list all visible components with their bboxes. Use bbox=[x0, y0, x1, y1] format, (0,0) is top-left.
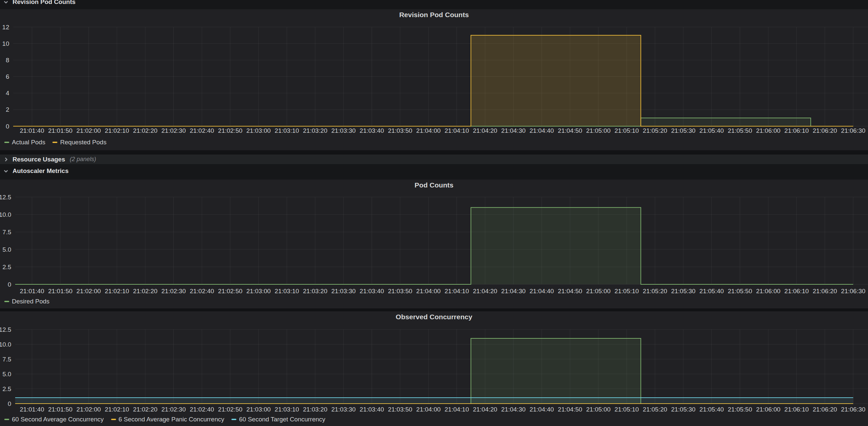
svg-text:21:05:30: 21:05:30 bbox=[671, 127, 695, 134]
svg-text:21:03:20: 21:03:20 bbox=[303, 406, 328, 413]
panel-divider bbox=[0, 150, 868, 155]
svg-text:21:05:30: 21:05:30 bbox=[671, 406, 695, 413]
series-fill-60-second-average-concurrency bbox=[15, 338, 853, 403]
row-header-resource-usages[interactable]: Resource Usages (2 panels) bbox=[0, 155, 868, 164]
svg-text:21:05:00: 21:05:00 bbox=[586, 406, 611, 413]
chart-observed-concurrency[interactable]: 02.55.07.510.012.521:01:4021:01:5021:02:… bbox=[0, 312, 868, 426]
svg-text:12.5: 12.5 bbox=[0, 326, 11, 333]
svg-text:21:03:20: 21:03:20 bbox=[303, 127, 328, 134]
panel-title[interactable]: Revision Pod Counts bbox=[0, 9, 868, 21]
chart-pod-counts[interactable]: 02.55.07.510.012.521:01:4021:01:5021:02:… bbox=[0, 179, 868, 308]
legend-label: 60 Second Average Concurrency bbox=[12, 416, 104, 423]
svg-text:10: 10 bbox=[2, 40, 9, 47]
legend-item[interactable]: 60 Second Target Concurrency bbox=[231, 416, 326, 423]
svg-text:21:01:50: 21:01:50 bbox=[48, 288, 72, 295]
legend-swatch bbox=[4, 419, 9, 420]
svg-text:10.0: 10.0 bbox=[0, 211, 11, 218]
legend-label: Desired Pods bbox=[12, 297, 50, 305]
svg-text:21:04:50: 21:04:50 bbox=[558, 288, 582, 295]
svg-text:21:03:00: 21:03:00 bbox=[246, 127, 271, 134]
svg-text:21:02:30: 21:02:30 bbox=[161, 127, 186, 134]
svg-text:8: 8 bbox=[6, 57, 9, 64]
svg-text:21:02:00: 21:02:00 bbox=[76, 406, 101, 413]
panel-divider bbox=[0, 308, 868, 312]
svg-text:12.5: 12.5 bbox=[0, 194, 11, 201]
svg-text:21:05:50: 21:05:50 bbox=[728, 288, 752, 295]
svg-text:21:03:30: 21:03:30 bbox=[331, 406, 356, 413]
svg-text:21:06:20: 21:06:20 bbox=[813, 127, 837, 134]
svg-text:5.0: 5.0 bbox=[3, 246, 11, 253]
legend-item[interactable]: Requested Pods bbox=[53, 138, 106, 146]
svg-text:21:02:40: 21:02:40 bbox=[190, 127, 214, 134]
svg-text:5.0: 5.0 bbox=[3, 371, 11, 378]
svg-text:21:03:00: 21:03:00 bbox=[246, 406, 271, 413]
svg-text:21:04:20: 21:04:20 bbox=[473, 127, 497, 134]
svg-text:21:04:40: 21:04:40 bbox=[529, 406, 554, 413]
svg-text:21:06:10: 21:06:10 bbox=[784, 288, 809, 295]
series-fill-actual-pods bbox=[13, 118, 853, 126]
row-header-revision-pod-counts[interactable]: Revision Pod Counts bbox=[0, 0, 868, 6]
svg-text:21:04:30: 21:04:30 bbox=[501, 127, 525, 134]
svg-text:21:02:40: 21:02:40 bbox=[190, 288, 214, 295]
series-fill-60-second-target-concurrency bbox=[15, 398, 853, 403]
svg-text:21:03:40: 21:03:40 bbox=[360, 127, 384, 134]
svg-text:21:05:20: 21:05:20 bbox=[643, 288, 667, 295]
panel-title[interactable]: Pod Counts bbox=[0, 179, 868, 191]
chevron-down-icon bbox=[3, 0, 9, 5]
svg-text:21:02:10: 21:02:10 bbox=[105, 127, 129, 134]
svg-text:21:06:30: 21:06:30 bbox=[841, 406, 865, 413]
legend-item[interactable]: Actual Pods bbox=[4, 138, 45, 146]
legend-swatch bbox=[4, 142, 9, 143]
row-title: Resource Usages bbox=[12, 156, 65, 163]
legend-label: 60 Second Target Concurrency bbox=[239, 416, 326, 423]
legend-item[interactable]: 6 Second Average Panic Concurrency bbox=[111, 416, 224, 423]
svg-text:21:03:10: 21:03:10 bbox=[275, 127, 299, 134]
svg-text:21:04:30: 21:04:30 bbox=[501, 288, 525, 295]
panel-revision-pod-counts: 02468101221:01:4021:01:5021:02:0021:02:1… bbox=[0, 9, 868, 150]
svg-text:21:02:20: 21:02:20 bbox=[133, 127, 158, 134]
svg-text:0: 0 bbox=[6, 123, 9, 130]
svg-text:21:04:40: 21:04:40 bbox=[529, 127, 554, 134]
svg-text:21:05:20: 21:05:20 bbox=[643, 406, 667, 413]
series-line-desired-pods bbox=[15, 207, 853, 284]
y-axis-labels: 02.55.07.510.012.5 bbox=[0, 194, 11, 288]
panel-pod-counts: 02.55.07.510.012.521:01:4021:01:5021:02:… bbox=[0, 179, 868, 308]
svg-text:0: 0 bbox=[8, 400, 11, 407]
legend: Actual PodsRequested Pods bbox=[4, 138, 106, 146]
svg-text:21:05:00: 21:05:00 bbox=[586, 288, 611, 295]
svg-text:2.5: 2.5 bbox=[3, 264, 11, 270]
panel-title[interactable]: Observed Concurrency bbox=[0, 312, 868, 323]
svg-text:2: 2 bbox=[6, 106, 9, 113]
svg-text:6: 6 bbox=[6, 73, 9, 80]
svg-text:21:05:00: 21:05:00 bbox=[586, 127, 611, 134]
svg-text:21:02:50: 21:02:50 bbox=[218, 288, 242, 295]
row-header-autoscaler-metrics[interactable]: Autoscaler Metrics bbox=[0, 166, 868, 176]
legend-swatch bbox=[4, 301, 9, 302]
chevron-right-icon bbox=[3, 156, 9, 163]
svg-text:21:01:40: 21:01:40 bbox=[20, 406, 44, 413]
svg-text:21:02:30: 21:02:30 bbox=[161, 288, 186, 295]
y-axis-labels: 024681012 bbox=[2, 24, 9, 130]
svg-text:21:01:40: 21:01:40 bbox=[20, 127, 44, 134]
legend-item[interactable]: 60 Second Average Concurrency bbox=[4, 416, 104, 423]
svg-text:21:01:50: 21:01:50 bbox=[48, 127, 72, 134]
svg-text:21:05:10: 21:05:10 bbox=[615, 406, 639, 413]
legend-swatch bbox=[53, 142, 57, 143]
svg-text:21:02:10: 21:02:10 bbox=[105, 406, 129, 413]
svg-text:21:03:30: 21:03:30 bbox=[331, 127, 356, 134]
svg-text:0: 0 bbox=[8, 281, 11, 288]
svg-text:21:04:10: 21:04:10 bbox=[445, 288, 469, 295]
svg-text:7.5: 7.5 bbox=[3, 229, 11, 236]
legend-label: Requested Pods bbox=[60, 138, 106, 146]
svg-text:21:05:40: 21:05:40 bbox=[700, 406, 724, 413]
svg-text:21:04:50: 21:04:50 bbox=[558, 406, 582, 413]
svg-text:21:04:40: 21:04:40 bbox=[529, 288, 554, 295]
svg-text:21:06:20: 21:06:20 bbox=[813, 406, 837, 413]
svg-text:21:05:40: 21:05:40 bbox=[700, 288, 724, 295]
legend-item[interactable]: Desired Pods bbox=[4, 297, 50, 305]
chart-revision-pod-counts[interactable]: 02468101221:01:4021:01:5021:02:0021:02:1… bbox=[0, 9, 868, 150]
legend-swatch bbox=[231, 419, 236, 420]
svg-text:21:05:30: 21:05:30 bbox=[671, 288, 695, 295]
svg-text:21:02:50: 21:02:50 bbox=[218, 406, 242, 413]
svg-text:21:03:30: 21:03:30 bbox=[331, 288, 356, 295]
